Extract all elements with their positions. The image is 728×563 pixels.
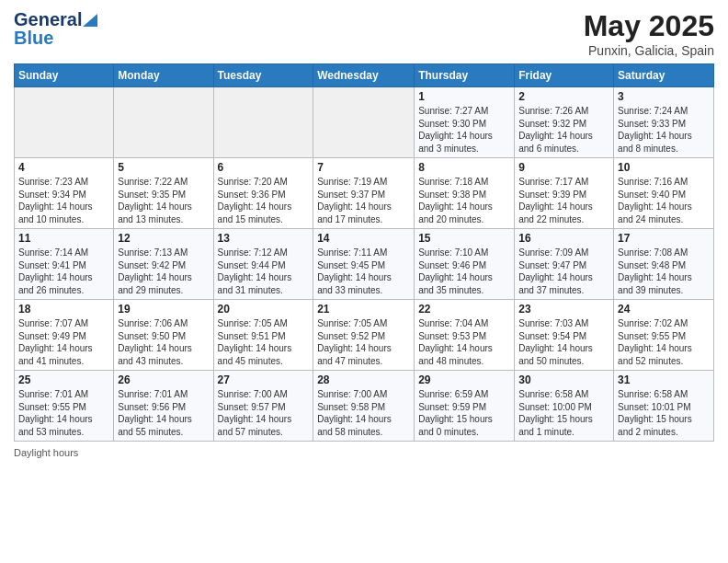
calendar-cell: 25Sunrise: 7:01 AM Sunset: 9:55 PM Dayli… bbox=[15, 371, 114, 442]
day-info: Sunrise: 7:09 AM Sunset: 9:47 PM Dayligh… bbox=[518, 247, 609, 296]
day-info: Sunrise: 7:00 AM Sunset: 9:57 PM Dayligh… bbox=[218, 388, 310, 438]
calendar-cell: 5Sunrise: 7:22 AM Sunset: 9:35 PM Daylig… bbox=[114, 158, 213, 229]
day-info: Sunrise: 7:05 AM Sunset: 9:51 PM Dayligh… bbox=[218, 317, 310, 367]
calendar-cell: 15Sunrise: 7:10 AM Sunset: 9:46 PM Dayli… bbox=[415, 229, 515, 300]
day-info: Sunrise: 7:11 AM Sunset: 9:45 PM Dayligh… bbox=[317, 247, 410, 296]
day-number: 4 bbox=[18, 161, 109, 174]
day-info: Sunrise: 7:00 AM Sunset: 9:58 PM Dayligh… bbox=[317, 388, 410, 438]
calendar-cell: 16Sunrise: 7:09 AM Sunset: 9:47 PM Dayli… bbox=[515, 229, 614, 300]
calendar-table: SundayMondayTuesdayWednesdayThursdayFrid… bbox=[14, 63, 714, 442]
calendar-cell: 30Sunrise: 6:58 AM Sunset: 10:00 PM Dayl… bbox=[515, 371, 614, 442]
logo-general: General bbox=[14, 9, 82, 29]
weekday-header-wednesday: Wednesday bbox=[313, 64, 415, 87]
calendar-week-row: 1Sunrise: 7:27 AM Sunset: 9:30 PM Daylig… bbox=[15, 87, 714, 158]
calendar-cell: 12Sunrise: 7:13 AM Sunset: 9:42 PM Dayli… bbox=[114, 229, 213, 300]
day-number: 3 bbox=[618, 90, 710, 103]
day-number: 21 bbox=[317, 303, 410, 316]
weekday-header-friday: Friday bbox=[515, 64, 614, 87]
month-title: May 2025 bbox=[584, 9, 714, 43]
day-info: Sunrise: 6:59 AM Sunset: 9:59 PM Dayligh… bbox=[418, 388, 510, 438]
day-number: 26 bbox=[118, 373, 209, 386]
day-number: 5 bbox=[118, 161, 209, 174]
day-info: Sunrise: 7:26 AM Sunset: 9:32 PM Dayligh… bbox=[518, 105, 609, 155]
calendar-week-row: 25Sunrise: 7:01 AM Sunset: 9:55 PM Dayli… bbox=[15, 371, 714, 442]
day-info: Sunrise: 7:24 AM Sunset: 9:33 PM Dayligh… bbox=[618, 105, 710, 155]
day-info: Sunrise: 7:20 AM Sunset: 9:36 PM Dayligh… bbox=[218, 176, 310, 225]
calendar-cell bbox=[213, 87, 313, 158]
calendar-cell: 31Sunrise: 6:58 AM Sunset: 10:01 PM Dayl… bbox=[614, 371, 714, 442]
calendar-cell: 22Sunrise: 7:04 AM Sunset: 9:53 PM Dayli… bbox=[415, 300, 515, 371]
calendar-cell: 19Sunrise: 7:06 AM Sunset: 9:50 PM Dayli… bbox=[114, 300, 213, 371]
day-number: 27 bbox=[218, 373, 310, 386]
weekday-header-saturday: Saturday bbox=[614, 64, 714, 87]
day-number: 22 bbox=[418, 303, 510, 316]
day-number: 2 bbox=[518, 90, 609, 103]
weekday-header-tuesday: Tuesday bbox=[213, 64, 313, 87]
weekday-header-monday: Monday bbox=[114, 64, 213, 87]
calendar-cell: 3Sunrise: 7:24 AM Sunset: 9:33 PM Daylig… bbox=[614, 87, 714, 158]
calendar-cell: 28Sunrise: 7:00 AM Sunset: 9:58 PM Dayli… bbox=[313, 371, 415, 442]
weekday-header-thursday: Thursday bbox=[415, 64, 515, 87]
day-info: Sunrise: 7:16 AM Sunset: 9:40 PM Dayligh… bbox=[618, 176, 710, 225]
day-info: Sunrise: 7:10 AM Sunset: 9:46 PM Dayligh… bbox=[418, 247, 510, 296]
day-number: 23 bbox=[518, 303, 609, 316]
logo: General Blue bbox=[14, 9, 97, 48]
calendar-cell: 1Sunrise: 7:27 AM Sunset: 9:30 PM Daylig… bbox=[415, 87, 515, 158]
day-number: 12 bbox=[118, 232, 209, 245]
calendar-cell: 9Sunrise: 7:17 AM Sunset: 9:39 PM Daylig… bbox=[515, 158, 614, 229]
calendar-cell: 8Sunrise: 7:18 AM Sunset: 9:38 PM Daylig… bbox=[415, 158, 515, 229]
day-info: Sunrise: 7:23 AM Sunset: 9:34 PM Dayligh… bbox=[18, 176, 109, 225]
day-info: Sunrise: 7:01 AM Sunset: 9:55 PM Dayligh… bbox=[18, 388, 109, 438]
day-number: 17 bbox=[618, 232, 710, 245]
day-number: 15 bbox=[418, 232, 510, 245]
day-info: Sunrise: 7:17 AM Sunset: 9:39 PM Dayligh… bbox=[518, 176, 609, 225]
calendar-cell: 24Sunrise: 7:02 AM Sunset: 9:55 PM Dayli… bbox=[614, 300, 714, 371]
day-number: 14 bbox=[317, 232, 410, 245]
weekday-header-row: SundayMondayTuesdayWednesdayThursdayFrid… bbox=[15, 64, 714, 87]
calendar-cell: 27Sunrise: 7:00 AM Sunset: 9:57 PM Dayli… bbox=[213, 371, 313, 442]
day-number: 29 bbox=[418, 373, 510, 386]
day-info: Sunrise: 6:58 AM Sunset: 10:00 PM Daylig… bbox=[518, 388, 609, 438]
calendar-cell: 17Sunrise: 7:08 AM Sunset: 9:48 PM Dayli… bbox=[614, 229, 714, 300]
day-info: Sunrise: 7:12 AM Sunset: 9:44 PM Dayligh… bbox=[218, 247, 310, 296]
day-info: Sunrise: 7:14 AM Sunset: 9:41 PM Dayligh… bbox=[18, 247, 109, 296]
day-info: Sunrise: 7:27 AM Sunset: 9:30 PM Dayligh… bbox=[418, 105, 510, 155]
day-number: 1 bbox=[418, 90, 510, 103]
calendar-cell bbox=[313, 87, 415, 158]
day-info: Sunrise: 6:58 AM Sunset: 10:01 PM Daylig… bbox=[618, 388, 710, 438]
day-number: 20 bbox=[218, 303, 310, 316]
calendar-cell: 6Sunrise: 7:20 AM Sunset: 9:36 PM Daylig… bbox=[213, 158, 313, 229]
header: General Blue May 2025 Punxin, Galicia, S… bbox=[14, 9, 714, 58]
page: General Blue May 2025 Punxin, Galicia, S… bbox=[0, 0, 728, 563]
calendar-cell: 2Sunrise: 7:26 AM Sunset: 9:32 PM Daylig… bbox=[515, 87, 614, 158]
calendar-cell: 11Sunrise: 7:14 AM Sunset: 9:41 PM Dayli… bbox=[15, 229, 114, 300]
calendar-cell: 13Sunrise: 7:12 AM Sunset: 9:44 PM Dayli… bbox=[213, 229, 313, 300]
day-number: 31 bbox=[618, 373, 710, 386]
day-info: Sunrise: 7:05 AM Sunset: 9:52 PM Dayligh… bbox=[317, 317, 410, 367]
day-number: 9 bbox=[518, 161, 609, 174]
day-info: Sunrise: 7:03 AM Sunset: 9:54 PM Dayligh… bbox=[518, 317, 609, 367]
svg-marker-0 bbox=[83, 14, 97, 27]
day-info: Sunrise: 7:04 AM Sunset: 9:53 PM Dayligh… bbox=[418, 317, 510, 367]
day-number: 25 bbox=[18, 373, 109, 386]
calendar-cell: 26Sunrise: 7:01 AM Sunset: 9:56 PM Dayli… bbox=[114, 371, 213, 442]
footer-label: Daylight hours bbox=[14, 447, 78, 458]
calendar-cell bbox=[15, 87, 114, 158]
calendar-week-row: 18Sunrise: 7:07 AM Sunset: 9:49 PM Dayli… bbox=[15, 300, 714, 371]
day-number: 19 bbox=[118, 303, 209, 316]
day-info: Sunrise: 7:08 AM Sunset: 9:48 PM Dayligh… bbox=[618, 247, 710, 296]
day-info: Sunrise: 7:07 AM Sunset: 9:49 PM Dayligh… bbox=[18, 317, 109, 367]
day-info: Sunrise: 7:22 AM Sunset: 9:35 PM Dayligh… bbox=[118, 176, 209, 225]
calendar-cell: 20Sunrise: 7:05 AM Sunset: 9:51 PM Dayli… bbox=[213, 300, 313, 371]
day-number: 11 bbox=[18, 232, 109, 245]
calendar-cell: 21Sunrise: 7:05 AM Sunset: 9:52 PM Dayli… bbox=[313, 300, 415, 371]
calendar-cell: 29Sunrise: 6:59 AM Sunset: 9:59 PM Dayli… bbox=[415, 371, 515, 442]
logo-icon bbox=[83, 14, 97, 27]
calendar-cell: 14Sunrise: 7:11 AM Sunset: 9:45 PM Dayli… bbox=[313, 229, 415, 300]
calendar-cell: 10Sunrise: 7:16 AM Sunset: 9:40 PM Dayli… bbox=[614, 158, 714, 229]
day-number: 16 bbox=[518, 232, 609, 245]
day-number: 18 bbox=[18, 303, 109, 316]
calendar-week-row: 4Sunrise: 7:23 AM Sunset: 9:34 PM Daylig… bbox=[15, 158, 714, 229]
day-number: 30 bbox=[518, 373, 609, 386]
day-number: 13 bbox=[218, 232, 310, 245]
